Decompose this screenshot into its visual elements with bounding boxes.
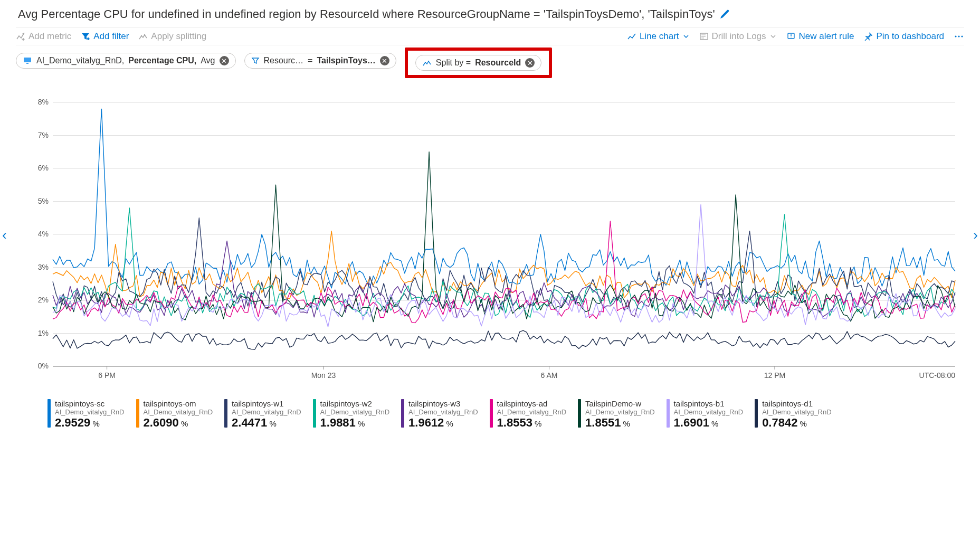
legend-series-name: tailspintoys-w3: [408, 399, 478, 408]
svg-point-1: [141, 35, 142, 36]
legend-series-name: tailspintoys-w2: [320, 399, 390, 408]
legend-series-value: 2.6090 %: [144, 416, 213, 430]
ellipsis-icon: [954, 31, 964, 42]
legend-series-name: tailspintoys-ad: [497, 399, 567, 408]
svg-text:0%: 0%: [38, 362, 49, 370]
prev-chart-button[interactable]: ‹: [2, 227, 7, 243]
legend-series-sub: AI_Demo_vitalyg_RnD: [408, 408, 478, 416]
pin-dashboard-button[interactable]: Pin to dashboard: [863, 31, 944, 42]
svg-text:6%: 6%: [38, 164, 49, 172]
split-icon: [422, 58, 432, 68]
filter-icon: [81, 32, 90, 41]
svg-point-5: [955, 35, 956, 37]
legend-color-bar: [755, 399, 758, 428]
legend-color-bar: [47, 399, 51, 428]
svg-point-0: [23, 33, 24, 35]
pill-row: AI_Demo_vitalyg_RnD, Percentage CPU, Avg…: [16, 45, 964, 81]
logs-icon: [699, 32, 709, 41]
legend-series-sub: AI_Demo_vitalyg_RnD: [497, 408, 567, 416]
add-metric-button[interactable]: Add metric: [16, 31, 71, 42]
legend-series-value: 1.9881 %: [320, 416, 390, 430]
svg-rect-8: [24, 58, 31, 62]
remove-metric-icon[interactable]: ✕: [220, 56, 229, 65]
legend-item[interactable]: tailspintoys-adAI_Demo_vitalyg_RnD1.8553…: [490, 399, 567, 430]
chart-type-dropdown[interactable]: Line chart: [627, 31, 690, 42]
line-chart[interactable]: 0%1%2%3%4%5%6%7%8%6 PMMon 236 AM12 PMUTC…: [16, 97, 964, 393]
split-icon: [138, 32, 148, 41]
chart-title-row: Avg Percentage CPU for undefined in unde…: [16, 5, 964, 27]
svg-text:12 PM: 12 PM: [764, 371, 785, 380]
split-highlight: Split by = ResourceId ✕: [405, 48, 552, 78]
legend-item[interactable]: tailspintoys-d1AI_Demo_vitalyg_RnD0.7842…: [755, 399, 832, 430]
legend-item[interactable]: tailspintoys-w3AI_Demo_vitalyg_RnD1.9612…: [401, 399, 478, 430]
filter-icon: [251, 56, 260, 65]
legend-series-sub: AI_Demo_vitalyg_RnD: [320, 408, 390, 416]
svg-text:4%: 4%: [38, 230, 49, 238]
legend-series-sub: AI_Demo_vitalyg_RnD: [232, 408, 301, 416]
legend-color-bar: [401, 399, 404, 428]
remove-split-icon[interactable]: ✕: [525, 58, 535, 68]
edit-title-icon[interactable]: [719, 9, 730, 20]
drill-logs-button[interactable]: Drill into Logs: [699, 31, 777, 42]
legend-series-name: tailspintoys-w1: [232, 399, 301, 408]
add-metric-icon: [16, 32, 25, 41]
legend-series-name: tailspintoys-om: [144, 399, 213, 408]
legend-series-sub: AI_Demo_vitalyg_RnD: [55, 408, 125, 416]
legend-item[interactable]: tailspintoys-w2AI_Demo_vitalyg_RnD1.9881…: [313, 399, 390, 430]
chevron-down-icon: [769, 33, 777, 40]
svg-text:8%: 8%: [38, 98, 49, 106]
legend-color-bar: [224, 399, 227, 428]
chevron-down-icon: [682, 33, 690, 40]
svg-point-6: [958, 35, 959, 37]
legend-series-value: 2.4471 %: [232, 416, 301, 430]
svg-text:UTC-08:00: UTC-08:00: [919, 371, 956, 380]
legend: tailspintoys-scAI_Demo_vitalyg_RnD2.9529…: [16, 393, 964, 430]
legend-series-name: tailspintoys-sc: [55, 399, 125, 408]
svg-text:1%: 1%: [38, 329, 49, 337]
filter-pill[interactable]: Resourc… = TailspinToys… ✕: [244, 53, 396, 69]
svg-text:Mon 23: Mon 23: [311, 371, 336, 380]
svg-point-2: [144, 34, 145, 35]
svg-rect-9: [26, 63, 28, 64]
legend-series-value: 1.6901 %: [674, 416, 744, 430]
apply-splitting-button[interactable]: Apply splitting: [138, 31, 206, 42]
svg-point-11: [428, 61, 429, 62]
alert-icon: [786, 32, 796, 41]
legend-series-value: 1.8553 %: [497, 416, 567, 430]
new-alert-button[interactable]: New alert rule: [786, 31, 854, 42]
legend-series-value: 1.9612 %: [408, 416, 478, 430]
split-pill[interactable]: Split by = ResourceId ✕: [415, 55, 541, 71]
legend-color-bar: [667, 399, 670, 428]
svg-text:2%: 2%: [38, 296, 49, 304]
chart-toolbar: Add metric Add filter Apply splitting Li…: [16, 27, 964, 45]
add-filter-button[interactable]: Add filter: [81, 31, 129, 42]
svg-text:6 PM: 6 PM: [98, 371, 116, 380]
legend-color-bar: [490, 399, 493, 428]
legend-series-name: tailspintoys-d1: [762, 399, 832, 408]
legend-color-bar: [136, 399, 139, 428]
svg-point-7: [961, 35, 963, 37]
pin-icon: [863, 32, 873, 41]
legend-item[interactable]: tailspintoys-w1AI_Demo_vitalyg_RnD2.4471…: [224, 399, 301, 430]
legend-series-sub: AI_Demo_vitalyg_RnD: [144, 408, 213, 416]
legend-series-name: tailspintoys-b1: [674, 399, 744, 408]
svg-text:7%: 7%: [38, 131, 49, 139]
legend-series-value: 0.7842 %: [762, 416, 832, 430]
svg-text:5%: 5%: [38, 197, 49, 205]
legend-item[interactable]: tailspintoys-scAI_Demo_vitalyg_RnD2.9529…: [47, 399, 125, 430]
legend-series-sub: AI_Demo_vitalyg_RnD: [585, 408, 655, 416]
next-chart-button[interactable]: ›: [973, 227, 978, 243]
legend-item[interactable]: tailspintoys-b1AI_Demo_vitalyg_RnD1.6901…: [667, 399, 744, 430]
legend-item[interactable]: TailspinDemo-wAI_Demo_vitalyg_RnD1.8551 …: [578, 399, 655, 430]
more-menu-button[interactable]: [954, 31, 964, 42]
svg-text:6 AM: 6 AM: [541, 371, 558, 380]
legend-item[interactable]: tailspintoys-omAI_Demo_vitalyg_RnD2.6090…: [136, 399, 213, 430]
legend-series-value: 2.9529 %: [55, 416, 125, 430]
legend-series-sub: AI_Demo_vitalyg_RnD: [762, 408, 832, 416]
metric-pill[interactable]: AI_Demo_vitalyg_RnD, Percentage CPU, Avg…: [16, 53, 236, 69]
line-chart-icon: [627, 32, 636, 41]
legend-series-name: TailspinDemo-w: [585, 399, 655, 408]
remove-filter-icon[interactable]: ✕: [380, 56, 389, 65]
legend-color-bar: [313, 399, 316, 428]
svg-text:3%: 3%: [38, 263, 49, 271]
